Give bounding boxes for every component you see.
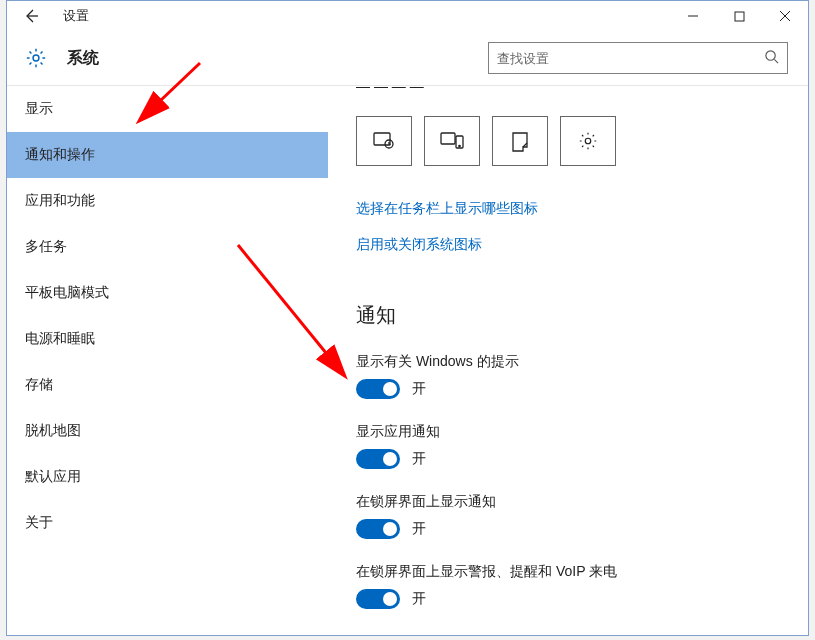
sidebar-item-label: 关于 [25, 514, 53, 532]
section-heading: 通知 [356, 302, 780, 329]
svg-point-2 [766, 50, 775, 59]
gear-icon [23, 47, 49, 69]
back-button[interactable] [7, 1, 55, 31]
toggle-state: 开 [412, 590, 426, 608]
sidebar-item-about[interactable]: 关于 [7, 500, 328, 546]
sidebar: 显示 通知和操作 应用和功能 多任务 平板电脑模式 电源和睡眠 存储 脱机地图 … [7, 86, 328, 635]
minimize-button[interactable] [670, 1, 716, 31]
sidebar-item-notifications[interactable]: 通知和操作 [7, 132, 328, 178]
truncated-heading: — — — — [356, 86, 780, 98]
link-taskbar-icons[interactable]: 选择在任务栏上显示哪些图标 [356, 200, 538, 218]
setting-label: 在锁屏界面上显示通知 [356, 493, 780, 511]
toggle-windows-tips[interactable] [356, 379, 400, 399]
toggle-app-notifications[interactable] [356, 449, 400, 469]
sidebar-item-apps[interactable]: 应用和功能 [7, 178, 328, 224]
sidebar-item-default-apps[interactable]: 默认应用 [7, 454, 328, 500]
content: — — — — 选择在任务栏上显示哪些图标 启用或关闭系统图标 通知 [328, 86, 808, 635]
sidebar-item-label: 脱机地图 [25, 422, 81, 440]
titlebar: 设置 [7, 1, 808, 31]
setting-label: 显示有关 Windows 的提示 [356, 353, 780, 371]
quick-action-row [356, 116, 780, 166]
body: 显示 通知和操作 应用和功能 多任务 平板电脑模式 电源和睡眠 存储 脱机地图 … [7, 86, 808, 635]
svg-rect-5 [441, 133, 455, 144]
sidebar-item-display[interactable]: 显示 [7, 86, 328, 132]
quick-action-display[interactable] [356, 116, 412, 166]
truncated-bottom-text: — — — — — — [356, 633, 780, 635]
sidebar-item-label: 应用和功能 [25, 192, 95, 210]
sidebar-item-label: 默认应用 [25, 468, 81, 486]
sidebar-item-label: 显示 [25, 100, 53, 118]
header: 系统 [7, 31, 808, 85]
settings-window: 设置 系统 显示 通知和操作 应用和功能 多任务 [6, 0, 809, 636]
svg-point-7 [459, 145, 460, 146]
sidebar-item-power[interactable]: 电源和睡眠 [7, 316, 328, 362]
quick-action-devices[interactable] [424, 116, 480, 166]
svg-rect-0 [735, 12, 744, 21]
toggle-lockscreen-alarms[interactable] [356, 589, 400, 609]
quick-action-note[interactable] [492, 116, 548, 166]
toggle-state: 开 [412, 520, 426, 538]
setting-label: 显示应用通知 [356, 423, 780, 441]
sidebar-item-label: 平板电脑模式 [25, 284, 109, 302]
window-title: 设置 [63, 8, 89, 25]
sidebar-item-storage[interactable]: 存储 [7, 362, 328, 408]
sidebar-item-label: 通知和操作 [25, 146, 95, 164]
search-box[interactable] [488, 42, 788, 74]
search-icon [764, 49, 779, 68]
header-label: 系统 [67, 48, 99, 69]
sidebar-item-label: 多任务 [25, 238, 67, 256]
sidebar-item-maps[interactable]: 脱机地图 [7, 408, 328, 454]
svg-point-1 [33, 55, 39, 61]
setting-lockscreen-notifications: 在锁屏界面上显示通知 开 [356, 493, 780, 539]
quick-action-settings[interactable] [560, 116, 616, 166]
setting-app-notifications: 显示应用通知 开 [356, 423, 780, 469]
setting-label: 在锁屏界面上显示警报、提醒和 VoIP 来电 [356, 563, 780, 581]
close-button[interactable] [762, 1, 808, 31]
search-input[interactable] [497, 51, 764, 66]
sidebar-item-label: 电源和睡眠 [25, 330, 95, 348]
sidebar-item-multitask[interactable]: 多任务 [7, 224, 328, 270]
svg-point-8 [585, 138, 591, 144]
setting-windows-tips: 显示有关 Windows 的提示 开 [356, 353, 780, 399]
toggle-lockscreen-notifications[interactable] [356, 519, 400, 539]
maximize-button[interactable] [716, 1, 762, 31]
toggle-state: 开 [412, 380, 426, 398]
toggle-state: 开 [412, 450, 426, 468]
sidebar-item-tablet[interactable]: 平板电脑模式 [7, 270, 328, 316]
sidebar-item-label: 存储 [25, 376, 53, 394]
link-system-icons[interactable]: 启用或关闭系统图标 [356, 236, 482, 254]
setting-lockscreen-alarms: 在锁屏界面上显示警报、提醒和 VoIP 来电 开 [356, 563, 780, 609]
svg-rect-3 [374, 133, 390, 145]
